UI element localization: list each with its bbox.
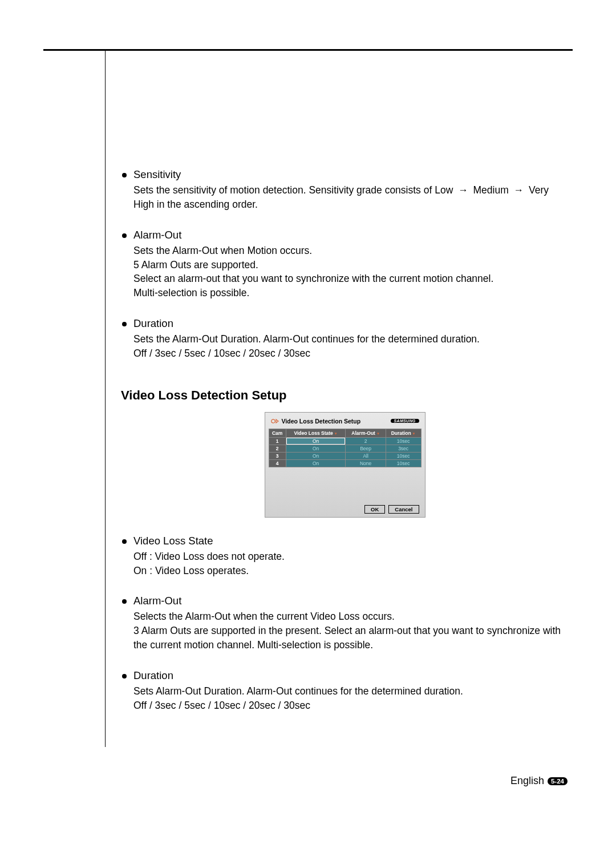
text-line: Off / 3sec / 5sec / 10sec / 20sec / 30se… — [133, 346, 568, 361]
duration-cell[interactable]: 10sec — [386, 459, 421, 467]
ok-button[interactable]: OK — [364, 505, 385, 514]
alarm-out-cell[interactable]: None — [346, 459, 386, 467]
arrow-icon: → — [514, 183, 524, 197]
alarm-out-cell[interactable]: All — [346, 452, 386, 459]
alarm-out-cell[interactable]: 2 — [346, 437, 386, 445]
video-loss-table: Cam Video Loss State▼ Alarm-Out▼ Duratio… — [269, 429, 422, 467]
chevron-down-icon: ▼ — [334, 432, 338, 435]
duration-2-section: Duration Sets Alarm-Out Duration. Alarm-… — [122, 669, 568, 713]
duration-2-body: Sets Alarm-Out Duration. Alarm-Out conti… — [133, 684, 568, 713]
alarm-out-2-heading: Alarm-Out — [133, 595, 181, 607]
alarm-out-2-body: Selects the Alarm-Out when the current V… — [133, 609, 568, 652]
text-line: 5 Alarm Outs are supported. — [133, 258, 568, 272]
bullet-icon — [122, 233, 127, 238]
col-video-loss-state[interactable]: Video Loss State▼ — [286, 429, 346, 437]
video-loss-state-cell[interactable]: On — [286, 445, 346, 452]
col-label: Alarm-Out — [351, 430, 375, 436]
text-line: Off : Video Loss does not operate. — [133, 550, 568, 564]
bullet-icon — [122, 674, 127, 679]
dialog-buttons: OK Cancel — [269, 505, 422, 514]
duration-2-heading: Duration — [133, 669, 173, 682]
text-sensitivity-mid1: Medium — [471, 184, 512, 196]
arrow-icon: → — [458, 183, 468, 197]
dialog-title: Video Loss Detection Setup — [282, 418, 361, 425]
table-row[interactable]: 4OnNone10sec — [269, 459, 421, 467]
cam-cell: 4 — [269, 459, 286, 467]
bullet-icon — [122, 599, 127, 604]
chevron-down-icon: ▼ — [376, 432, 380, 435]
text-line: Selects the Alarm-Out when the current V… — [133, 609, 568, 624]
table-row[interactable]: 1On210sec — [269, 437, 421, 445]
footer-language: English — [510, 775, 544, 787]
sensitivity-body: Sets the sensitivity of motion detection… — [133, 183, 568, 212]
text-line: Select an alarm-out that you want to syn… — [133, 272, 568, 286]
record-setup-icon — [271, 417, 279, 425]
video-loss-detection-setup-heading: Video Loss Detection Setup — [121, 388, 568, 403]
bullet-icon — [122, 322, 127, 326]
duration-cell[interactable]: 10sec — [386, 437, 421, 445]
page-number-badge: 5-24 — [548, 777, 568, 785]
bullet-icon — [122, 173, 127, 177]
alarm-out-1-body: Sets the Alarm-Out when Motion occurs. 5… — [133, 244, 568, 300]
alarm-out-1-section: Alarm-Out Sets the Alarm-Out when Motion… — [122, 229, 568, 300]
dialog-spacer — [269, 467, 422, 502]
duration-1-body: Sets the Alarm-Out Duration. Alarm-Out c… — [133, 332, 568, 361]
vertical-rule — [105, 49, 106, 747]
col-cam: Cam — [269, 429, 286, 437]
samsung-badge: SAMSUNG — [391, 419, 419, 423]
svg-point-0 — [271, 419, 274, 423]
sensitivity-section: Sensitivity Sets the sensitivity of moti… — [122, 168, 568, 212]
cam-cell: 1 — [269, 437, 286, 445]
duration-cell[interactable]: 10sec — [386, 452, 421, 459]
duration-cell[interactable]: 3sec — [386, 445, 421, 452]
cancel-button[interactable]: Cancel — [388, 505, 419, 514]
text-line: On : Video Loss operates. — [133, 564, 568, 578]
text-line: 3 Alarm Outs are supported in the presen… — [133, 624, 568, 652]
page-footer: English 5-24 — [510, 775, 568, 787]
text-line: Sets the Alarm-Out Duration. Alarm-Out c… — [133, 332, 568, 346]
dialog-wrapper: Video Loss Detection Setup SAMSUNG Cam V… — [122, 412, 568, 518]
video-loss-dialog: Video Loss Detection Setup SAMSUNG Cam V… — [265, 412, 425, 518]
top-rule — [43, 49, 573, 51]
page-content: Sensitivity Sets the sensitivity of moti… — [122, 168, 568, 730]
sensitivity-heading: Sensitivity — [133, 168, 181, 181]
table-row[interactable]: 2OnBeep3sec — [269, 445, 421, 452]
col-duration[interactable]: Duration▼ — [386, 429, 421, 437]
bullet-icon — [122, 539, 127, 544]
alarm-out-2-section: Alarm-Out Selects the Alarm-Out when the… — [122, 595, 568, 652]
video-loss-state-heading: Video Loss State — [133, 535, 213, 547]
video-loss-state-cell[interactable]: On — [286, 459, 346, 467]
text-sensitivity-pre: Sets the sensitivity of motion detection… — [133, 184, 456, 196]
col-alarm-out[interactable]: Alarm-Out▼ — [346, 429, 386, 437]
video-loss-state-cell[interactable]: On — [286, 452, 346, 459]
text-line: Sets Alarm-Out Duration. Alarm-Out conti… — [133, 684, 568, 698]
cam-cell: 3 — [269, 452, 286, 459]
duration-1-heading: Duration — [133, 317, 173, 330]
video-loss-state-cell[interactable]: On — [286, 437, 346, 445]
text-line: Off / 3sec / 5sec / 10sec / 20sec / 30se… — [133, 698, 568, 713]
col-label: Video Loss State — [294, 430, 333, 436]
text-line: Sets the Alarm-Out when Motion occurs. — [133, 244, 568, 258]
table-row[interactable]: 3OnAll10sec — [269, 452, 421, 459]
dialog-header: Video Loss Detection Setup SAMSUNG — [269, 416, 422, 429]
alarm-out-1-heading: Alarm-Out — [133, 229, 181, 241]
video-loss-state-body: Off : Video Loss does not operate. On : … — [133, 550, 568, 578]
col-label: Duration — [391, 430, 411, 436]
text-line: Multi-selection is possible. — [133, 286, 568, 300]
cam-cell: 2 — [269, 445, 286, 452]
chevron-down-icon: ▼ — [412, 432, 416, 435]
duration-1-section: Duration Sets the Alarm-Out Duration. Al… — [122, 317, 568, 361]
video-loss-state-section: Video Loss State Off : Video Loss does n… — [122, 535, 568, 578]
alarm-out-cell[interactable]: Beep — [346, 445, 386, 452]
